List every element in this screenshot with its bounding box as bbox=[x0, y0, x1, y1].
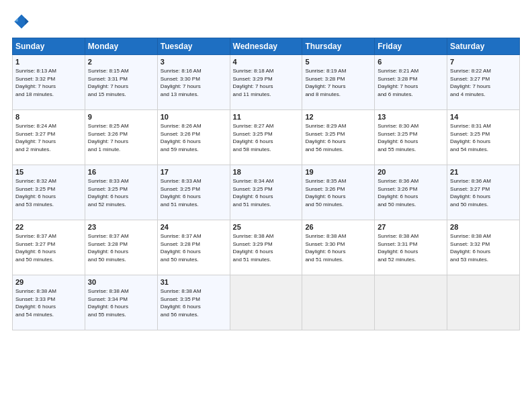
calendar-cell: 2Sunrise: 8:15 AM Sunset: 3:31 PM Daylig… bbox=[85, 55, 157, 110]
day-info: Sunrise: 8:37 AM Sunset: 3:27 PM Dayligh… bbox=[15, 232, 82, 263]
calendar-table: SundayMondayTuesdayWednesdayThursdayFrid… bbox=[12, 38, 520, 330]
day-number: 24 bbox=[161, 223, 227, 231]
day-number: 9 bbox=[88, 113, 154, 121]
calendar-cell: 15Sunrise: 8:32 AM Sunset: 3:25 PM Dayli… bbox=[13, 165, 85, 220]
calendar-cell: 27Sunrise: 8:38 AM Sunset: 3:31 PM Dayli… bbox=[375, 220, 447, 275]
calendar-cell: 30Sunrise: 8:38 AM Sunset: 3:34 PM Dayli… bbox=[85, 275, 157, 330]
calendar-cell: 9Sunrise: 8:25 AM Sunset: 3:26 PM Daylig… bbox=[85, 110, 157, 165]
calendar-cell bbox=[230, 275, 302, 330]
day-number: 28 bbox=[450, 223, 517, 231]
column-header-thursday: Thursday bbox=[302, 38, 375, 55]
calendar-cell: 5Sunrise: 8:19 AM Sunset: 3:28 PM Daylig… bbox=[302, 55, 375, 110]
calendar-cell: 8Sunrise: 8:24 AM Sunset: 3:27 PM Daylig… bbox=[13, 110, 85, 165]
calendar-cell: 18Sunrise: 8:34 AM Sunset: 3:25 PM Dayli… bbox=[230, 165, 302, 220]
column-headers: SundayMondayTuesdayWednesdayThursdayFrid… bbox=[13, 38, 520, 55]
day-info: Sunrise: 8:38 AM Sunset: 3:29 PM Dayligh… bbox=[233, 232, 300, 263]
calendar-cell: 4Sunrise: 8:18 AM Sunset: 3:29 PM Daylig… bbox=[230, 55, 302, 110]
day-info: Sunrise: 8:38 AM Sunset: 3:33 PM Dayligh… bbox=[15, 287, 82, 318]
calendar-cell: 11Sunrise: 8:27 AM Sunset: 3:25 PM Dayli… bbox=[230, 110, 302, 165]
day-info: Sunrise: 8:15 AM Sunset: 3:31 PM Dayligh… bbox=[88, 67, 154, 98]
day-info: Sunrise: 8:34 AM Sunset: 3:25 PM Dayligh… bbox=[233, 177, 300, 208]
column-header-tuesday: Tuesday bbox=[157, 38, 230, 55]
day-info: Sunrise: 8:19 AM Sunset: 3:28 PM Dayligh… bbox=[305, 67, 371, 98]
day-info: Sunrise: 8:38 AM Sunset: 3:34 PM Dayligh… bbox=[88, 287, 154, 318]
calendar-cell: 23Sunrise: 8:37 AM Sunset: 3:28 PM Dayli… bbox=[85, 220, 157, 275]
day-number: 1 bbox=[15, 58, 82, 66]
calendar-row-1: 8Sunrise: 8:24 AM Sunset: 3:27 PM Daylig… bbox=[13, 110, 520, 165]
day-number: 3 bbox=[161, 58, 227, 66]
calendar-cell: 29Sunrise: 8:38 AM Sunset: 3:33 PM Dayli… bbox=[13, 275, 85, 330]
column-header-sunday: Sunday bbox=[13, 38, 85, 55]
calendar-cell: 12Sunrise: 8:29 AM Sunset: 3:25 PM Dayli… bbox=[302, 110, 375, 165]
day-number: 15 bbox=[15, 168, 82, 176]
day-number: 22 bbox=[15, 223, 82, 231]
day-info: Sunrise: 8:18 AM Sunset: 3:29 PM Dayligh… bbox=[233, 67, 300, 98]
day-number: 31 bbox=[161, 278, 227, 286]
day-info: Sunrise: 8:37 AM Sunset: 3:28 PM Dayligh… bbox=[161, 232, 227, 263]
calendar-cell: 20Sunrise: 8:36 AM Sunset: 3:26 PM Dayli… bbox=[375, 165, 447, 220]
day-number: 12 bbox=[305, 113, 371, 121]
day-info: Sunrise: 8:38 AM Sunset: 3:31 PM Dayligh… bbox=[378, 232, 444, 263]
day-info: Sunrise: 8:37 AM Sunset: 3:28 PM Dayligh… bbox=[88, 232, 154, 263]
day-info: Sunrise: 8:33 AM Sunset: 3:25 PM Dayligh… bbox=[161, 177, 227, 208]
day-number: 18 bbox=[233, 168, 300, 176]
calendar-cell: 22Sunrise: 8:37 AM Sunset: 3:27 PM Dayli… bbox=[13, 220, 85, 275]
logo bbox=[12, 12, 34, 31]
calendar-row-4: 29Sunrise: 8:38 AM Sunset: 3:33 PM Dayli… bbox=[13, 275, 520, 330]
column-header-wednesday: Wednesday bbox=[230, 38, 302, 55]
calendar-cell: 14Sunrise: 8:31 AM Sunset: 3:25 PM Dayli… bbox=[447, 110, 520, 165]
calendar-cell bbox=[447, 275, 520, 330]
calendar-row-2: 15Sunrise: 8:32 AM Sunset: 3:25 PM Dayli… bbox=[13, 165, 520, 220]
day-number: 30 bbox=[88, 278, 154, 286]
day-info: Sunrise: 8:31 AM Sunset: 3:25 PM Dayligh… bbox=[450, 122, 517, 153]
logo-icon bbox=[12, 12, 31, 31]
calendar-cell: 26Sunrise: 8:38 AM Sunset: 3:30 PM Dayli… bbox=[302, 220, 375, 275]
day-number: 26 bbox=[305, 223, 371, 231]
day-info: Sunrise: 8:29 AM Sunset: 3:25 PM Dayligh… bbox=[305, 122, 371, 153]
day-info: Sunrise: 8:38 AM Sunset: 3:30 PM Dayligh… bbox=[305, 232, 371, 263]
calendar-cell: 1Sunrise: 8:13 AM Sunset: 3:32 PM Daylig… bbox=[13, 55, 85, 110]
column-header-monday: Monday bbox=[85, 38, 157, 55]
day-info: Sunrise: 8:27 AM Sunset: 3:25 PM Dayligh… bbox=[233, 122, 300, 153]
calendar-cell: 21Sunrise: 8:36 AM Sunset: 3:27 PM Dayli… bbox=[447, 165, 520, 220]
day-info: Sunrise: 8:30 AM Sunset: 3:25 PM Dayligh… bbox=[378, 122, 444, 153]
day-info: Sunrise: 8:35 AM Sunset: 3:26 PM Dayligh… bbox=[305, 177, 371, 208]
calendar-body: 1Sunrise: 8:13 AM Sunset: 3:32 PM Daylig… bbox=[13, 55, 520, 330]
day-info: Sunrise: 8:32 AM Sunset: 3:25 PM Dayligh… bbox=[15, 177, 82, 208]
calendar-cell: 28Sunrise: 8:38 AM Sunset: 3:32 PM Dayli… bbox=[447, 220, 520, 275]
calendar-cell: 3Sunrise: 8:16 AM Sunset: 3:30 PM Daylig… bbox=[157, 55, 230, 110]
day-info: Sunrise: 8:26 AM Sunset: 3:26 PM Dayligh… bbox=[161, 122, 227, 153]
day-number: 4 bbox=[233, 58, 300, 66]
day-info: Sunrise: 8:36 AM Sunset: 3:27 PM Dayligh… bbox=[450, 177, 517, 208]
day-number: 8 bbox=[15, 113, 82, 121]
calendar-cell: 25Sunrise: 8:38 AM Sunset: 3:29 PM Dayli… bbox=[230, 220, 302, 275]
column-header-friday: Friday bbox=[375, 38, 447, 55]
day-number: 20 bbox=[378, 168, 444, 176]
day-number: 25 bbox=[233, 223, 300, 231]
day-number: 5 bbox=[305, 58, 371, 66]
day-number: 7 bbox=[450, 58, 517, 66]
day-number: 29 bbox=[15, 278, 82, 286]
day-info: Sunrise: 8:25 AM Sunset: 3:26 PM Dayligh… bbox=[88, 122, 154, 153]
calendar-cell: 6Sunrise: 8:21 AM Sunset: 3:28 PM Daylig… bbox=[375, 55, 447, 110]
calendar-cell: 7Sunrise: 8:22 AM Sunset: 3:27 PM Daylig… bbox=[447, 55, 520, 110]
day-number: 27 bbox=[378, 223, 444, 231]
column-header-saturday: Saturday bbox=[447, 38, 520, 55]
calendar-cell: 16Sunrise: 8:33 AM Sunset: 3:25 PM Dayli… bbox=[85, 165, 157, 220]
calendar-row-0: 1Sunrise: 8:13 AM Sunset: 3:32 PM Daylig… bbox=[13, 55, 520, 110]
day-info: Sunrise: 8:21 AM Sunset: 3:28 PM Dayligh… bbox=[378, 67, 444, 98]
day-info: Sunrise: 8:13 AM Sunset: 3:32 PM Dayligh… bbox=[15, 67, 82, 98]
day-number: 6 bbox=[378, 58, 444, 66]
day-number: 14 bbox=[450, 113, 517, 121]
day-number: 11 bbox=[233, 113, 300, 121]
calendar-cell bbox=[302, 275, 375, 330]
day-info: Sunrise: 8:24 AM Sunset: 3:27 PM Dayligh… bbox=[15, 122, 82, 153]
calendar-cell: 10Sunrise: 8:26 AM Sunset: 3:26 PM Dayli… bbox=[157, 110, 230, 165]
day-number: 19 bbox=[305, 168, 371, 176]
day-number: 23 bbox=[88, 223, 154, 231]
day-info: Sunrise: 8:22 AM Sunset: 3:27 PM Dayligh… bbox=[450, 67, 517, 98]
calendar-row-3: 22Sunrise: 8:37 AM Sunset: 3:27 PM Dayli… bbox=[13, 220, 520, 275]
day-info: Sunrise: 8:33 AM Sunset: 3:25 PM Dayligh… bbox=[88, 177, 154, 208]
day-info: Sunrise: 8:38 AM Sunset: 3:32 PM Dayligh… bbox=[450, 232, 517, 263]
calendar-cell: 24Sunrise: 8:37 AM Sunset: 3:28 PM Dayli… bbox=[157, 220, 230, 275]
